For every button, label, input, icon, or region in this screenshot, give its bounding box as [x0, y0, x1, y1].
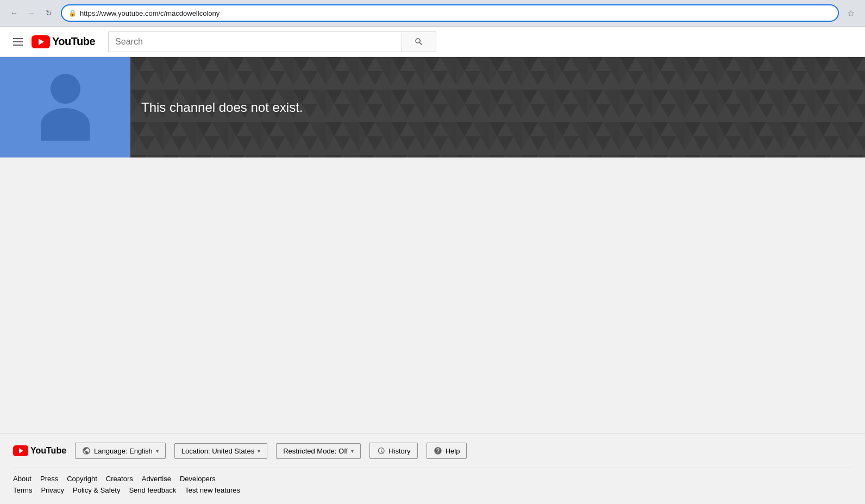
search-container	[108, 32, 436, 52]
history-button[interactable]: History	[369, 443, 417, 459]
youtube-header: YouTube	[0, 27, 865, 57]
location-label: Location: United States	[181, 447, 254, 455]
footer-link-privacy[interactable]: Privacy	[41, 486, 64, 494]
main-content: This channel does not exist.	[0, 57, 865, 433]
footer-link-creators[interactable]: Creators	[106, 475, 133, 483]
hamburger-line	[13, 45, 23, 46]
back-button[interactable]: ←	[7, 5, 22, 21]
hamburger-line	[13, 38, 23, 39]
lock-icon: 🔒	[68, 9, 77, 17]
language-selector[interactable]: Language: English ▾	[75, 443, 166, 459]
channel-banner: This channel does not exist.	[0, 57, 865, 158]
footer-link-copyright[interactable]: Copyright	[67, 475, 97, 483]
channel-avatar	[0, 57, 130, 158]
hamburger-menu-button[interactable]	[9, 34, 27, 50]
browser-chrome: ← → ↻ 🔒 ☆	[0, 0, 865, 27]
history-icon	[377, 446, 385, 455]
person-language-icon	[82, 446, 91, 455]
address-bar[interactable]: 🔒	[61, 4, 839, 22]
search-input[interactable]	[108, 32, 402, 52]
language-label: Language: English	[94, 447, 153, 455]
footer-youtube-logo: YouTube	[13, 445, 66, 456]
footer-link-about[interactable]: About	[13, 475, 32, 483]
footer: YouTube Language: English ▾ Location: Un…	[0, 433, 865, 504]
location-dropdown-arrow: ▾	[258, 448, 260, 454]
bookmark-button[interactable]: ☆	[843, 5, 858, 21]
avatar-head	[51, 74, 80, 104]
footer-link-press[interactable]: Press	[40, 475, 58, 483]
youtube-logo-text: YouTube	[52, 35, 95, 48]
footer-link-policy-safety[interactable]: Policy & Safety	[73, 486, 120, 494]
footer-link-developers[interactable]: Developers	[180, 475, 216, 483]
restricted-mode-label: Restricted Mode: Off	[283, 447, 348, 455]
content-empty-area	[0, 158, 865, 364]
footer-link-test-features[interactable]: Test new features	[185, 486, 240, 494]
hamburger-line	[13, 41, 23, 42]
location-selector[interactable]: Location: United States ▾	[174, 443, 267, 459]
footer-link-terms[interactable]: Terms	[13, 486, 32, 494]
help-icon	[434, 446, 442, 455]
help-label: Help	[446, 447, 460, 455]
forward-button[interactable]: →	[24, 5, 39, 21]
footer-links: About Press Copyright Creators Advertise…	[13, 468, 852, 494]
avatar-body	[41, 108, 90, 141]
refresh-button[interactable]: ↻	[41, 5, 57, 21]
url-input[interactable]	[80, 9, 831, 17]
search-button[interactable]	[402, 32, 436, 52]
footer-links-row-2: Terms Privacy Policy & Safety Send feedb…	[13, 486, 852, 494]
search-icon	[414, 37, 424, 47]
language-dropdown-arrow: ▾	[156, 448, 159, 454]
channel-error-message: This channel does not exist.	[141, 100, 303, 115]
restricted-mode-dropdown-arrow: ▾	[351, 448, 354, 454]
youtube-logo-icon	[32, 35, 50, 48]
footer-youtube-icon	[13, 445, 28, 456]
restricted-mode-selector[interactable]: Restricted Mode: Off ▾	[276, 443, 361, 459]
history-label: History	[388, 447, 410, 455]
youtube-logo-link[interactable]: YouTube	[32, 35, 95, 48]
footer-controls: YouTube Language: English ▾ Location: Un…	[13, 443, 852, 468]
footer-youtube-text: YouTube	[30, 446, 66, 456]
help-button[interactable]: Help	[427, 443, 467, 459]
footer-links-row-1: About Press Copyright Creators Advertise…	[13, 475, 852, 483]
browser-nav-buttons: ← → ↻	[7, 5, 57, 21]
avatar-person	[41, 74, 90, 141]
footer-link-advertise[interactable]: Advertise	[142, 475, 171, 483]
footer-link-send-feedback[interactable]: Send feedback	[129, 486, 176, 494]
